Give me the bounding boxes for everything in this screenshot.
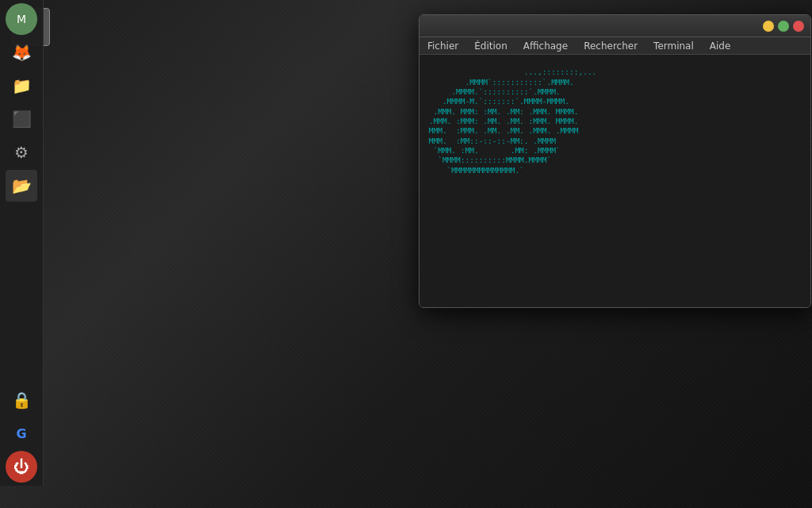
terminal-title — [426, 15, 758, 37]
terminal-menu-aide[interactable]: Aide — [707, 39, 734, 53]
terminal-menu-terminal[interactable]: Terminal — [650, 39, 697, 53]
taskbar-btn-firefox[interactable]: 🦊 — [6, 37, 37, 68]
taskbar-btn-google[interactable]: G — [6, 418, 37, 449]
terminal-menu-fichier[interactable]: Fichier — [424, 39, 462, 53]
terminal-menu-edition[interactable]: Édition — [471, 39, 511, 53]
desktop: ⬆ M 🦊 📁 ⬛ ⚙ 📂 🔒 G ⏻ – □ ✕ F — [0, 0, 812, 508]
ascii-art: ...,::::::::,... .MMMM`:::::::::::`.MMMM… — [424, 58, 806, 185]
terminal-minimize-btn[interactable]: – — [763, 21, 774, 32]
taskbar-left: M 🦊 📁 ⬛ ⚙ 📂 🔒 G ⏻ — [0, 0, 44, 486]
terminal-menubar: Fichier Édition Affichage Rechercher Ter… — [419, 37, 810, 55]
terminal-body: ...,::::::::,... .MMMM`:::::::::::`.MMMM… — [419, 55, 810, 307]
taskbar-btn-power[interactable]: ⏻ — [6, 451, 37, 483]
terminal-close-btn[interactable]: ✕ — [793, 21, 804, 32]
terminal-titlebar: – □ ✕ — [419, 15, 810, 37]
terminal-menu-affichage[interactable]: Affichage — [520, 39, 571, 53]
svg-text:M: M — [17, 13, 26, 25]
taskbar-btn-folder2[interactable]: 📂 — [6, 170, 37, 202]
mint-logo-icon: M — [12, 10, 31, 29]
taskbar-btn-lock[interactable]: 🔒 — [6, 384, 37, 416]
terminal-ascii-area: ...,::::::::,... .MMMM`:::::::::::`.MMMM… — [419, 55, 810, 307]
taskbar-btn-files[interactable]: 📁 — [6, 70, 37, 102]
taskbar-btn-terminal-app[interactable]: ⬛ — [6, 103, 37, 135]
terminal-maximize-btn[interactable]: □ — [778, 21, 789, 32]
taskbar-btn-settings[interactable]: ⚙ — [6, 137, 37, 168]
terminal-window: – □ ✕ Fichier Édition Affichage Recherch… — [419, 14, 811, 308]
taskbar-btn-mint[interactable]: M — [6, 3, 37, 35]
terminal-menu-rechercher[interactable]: Rechercher — [580, 39, 641, 53]
